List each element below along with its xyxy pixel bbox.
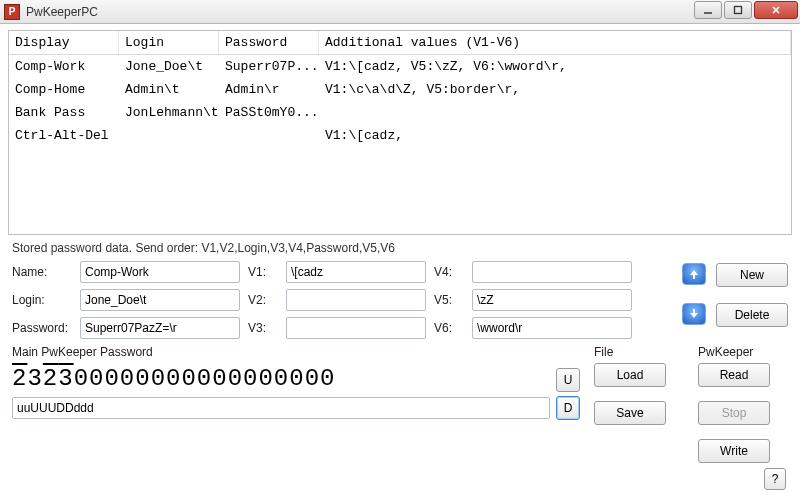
cell-display: Comp-Work <box>9 55 119 78</box>
cell-additional <box>319 101 791 124</box>
cell-login <box>119 124 219 147</box>
v5-field[interactable] <box>472 289 632 311</box>
password-label: Password: <box>12 321 72 335</box>
u-button[interactable]: U <box>556 368 580 392</box>
d-button[interactable]: D <box>556 396 580 420</box>
minimize-button[interactable] <box>694 1 722 19</box>
move-buttons <box>676 261 706 339</box>
close-button[interactable] <box>754 1 798 19</box>
new-button[interactable]: New <box>716 263 788 287</box>
cell-display: Ctrl-Alt-Del <box>9 124 119 147</box>
pwkeeper-group: PwKeeper Read Stop Write <box>698 345 788 463</box>
maximize-button[interactable] <box>724 1 752 19</box>
cell-additional: V1:\[cadz, V5:\zZ, V6:\wword\r, <box>319 55 791 78</box>
main-password-input[interactable] <box>12 397 550 419</box>
login-field[interactable] <box>80 289 240 311</box>
titlebar: P PwKeeperPC <box>0 0 800 24</box>
col-password[interactable]: Password <box>219 31 319 54</box>
col-display[interactable]: Display <box>9 31 119 54</box>
write-button[interactable]: Write <box>698 439 770 463</box>
table-row[interactable]: Bank PassJonLehmann\tPaSSt0mY0... <box>9 101 791 124</box>
v1-field[interactable] <box>286 261 426 283</box>
password-table[interactable]: Display Login Password Additional values… <box>8 30 792 235</box>
v4-label: V4: <box>434 265 464 279</box>
client-area: Display Login Password Additional values… <box>0 24 800 471</box>
v3-field[interactable] <box>286 317 426 339</box>
cell-additional: V1:\c\a\d\Z, V5:border\r, <box>319 78 791 101</box>
bottom-panel: Main PwKeeper Password 23230000000000000… <box>8 339 792 463</box>
main-password-display: 232300000000000000000 <box>12 363 335 396</box>
col-login[interactable]: Login <box>119 31 219 54</box>
move-down-button[interactable] <box>682 303 706 325</box>
table-row[interactable]: Comp-WorkJone_Doe\tSuperr07P...V1:\[cadz… <box>9 55 791 78</box>
login-label: Login: <box>12 293 72 307</box>
close-icon <box>771 5 781 15</box>
cell-password <box>219 124 319 147</box>
delete-button[interactable]: Delete <box>716 303 788 327</box>
record-buttons: New Delete <box>716 261 788 339</box>
save-button[interactable]: Save <box>594 401 666 425</box>
window-controls <box>694 0 800 23</box>
minimize-icon <box>703 5 713 15</box>
col-additional[interactable]: Additional values (V1-V6) <box>319 31 791 54</box>
cell-display: Bank Pass <box>9 101 119 124</box>
v5-label: V5: <box>434 293 464 307</box>
table-header: Display Login Password Additional values… <box>9 31 791 55</box>
v6-label: V6: <box>434 321 464 335</box>
edit-form: Name: V1: V4: Login: V2: V5: Password: V… <box>8 259 792 339</box>
window-title: PwKeeperPC <box>26 5 694 19</box>
password-field[interactable] <box>80 317 240 339</box>
cell-password: Admin\r <box>219 78 319 101</box>
arrow-up-icon <box>688 268 700 280</box>
read-button[interactable]: Read <box>698 363 770 387</box>
table-row[interactable]: Comp-HomeAdmin\tAdmin\rV1:\c\a\d\Z, V5:b… <box>9 78 791 101</box>
cell-password: Superr07P... <box>219 55 319 78</box>
cell-additional: V1:\[cadz, <box>319 124 791 147</box>
cell-display: Comp-Home <box>9 78 119 101</box>
v6-field[interactable] <box>472 317 632 339</box>
cell-login: Admin\t <box>119 78 219 101</box>
app-icon: P <box>4 4 20 20</box>
main-password-label: Main PwKeeper Password <box>12 345 580 359</box>
load-button[interactable]: Load <box>594 363 666 387</box>
pwkeeper-label: PwKeeper <box>698 345 788 359</box>
cell-password: PaSSt0mY0... <box>219 101 319 124</box>
help-button[interactable]: ? <box>764 468 786 490</box>
v2-label: V2: <box>248 293 278 307</box>
v3-label: V3: <box>248 321 278 335</box>
name-field[interactable] <box>80 261 240 283</box>
file-label: File <box>594 345 684 359</box>
stop-button[interactable]: Stop <box>698 401 770 425</box>
send-order-hint: Stored password data. Send order: V1,V2,… <box>8 235 792 259</box>
svg-rect-1 <box>735 7 742 14</box>
move-up-button[interactable] <box>682 263 706 285</box>
maximize-icon <box>733 5 743 15</box>
main-password-group: Main PwKeeper Password 23230000000000000… <box>12 345 580 463</box>
v2-field[interactable] <box>286 289 426 311</box>
v4-field[interactable] <box>472 261 632 283</box>
cell-login: JonLehmann\t <box>119 101 219 124</box>
cell-login: Jone_Doe\t <box>119 55 219 78</box>
file-group: File Load Save <box>594 345 684 463</box>
name-label: Name: <box>12 265 72 279</box>
v1-label: V1: <box>248 265 278 279</box>
arrow-down-icon <box>688 308 700 320</box>
table-row[interactable]: Ctrl-Alt-DelV1:\[cadz, <box>9 124 791 147</box>
